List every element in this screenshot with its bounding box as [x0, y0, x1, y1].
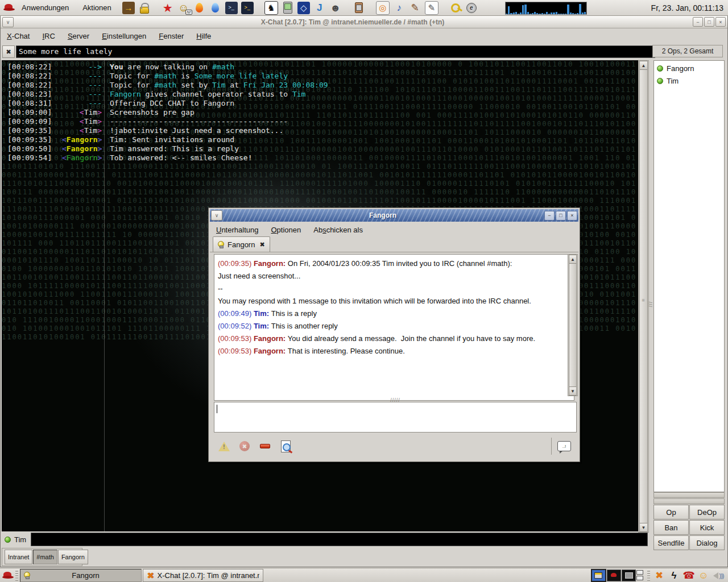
gps-device-icon[interactable]	[282, 2, 294, 14]
message-text: Fangorn gives channel operator status to…	[102, 90, 305, 99]
phone-tray-icon[interactable]: ☎	[683, 570, 694, 581]
smiley-icon[interactable]: ☺hi!	[177, 2, 190, 14]
user-list[interactable]: FangornTim	[653, 60, 725, 492]
system-monitor-applet[interactable]	[505, 2, 587, 15]
dialog-titlebar[interactable]: ∨ Fangorn −□×	[210, 209, 578, 222]
dialog-button[interactable]: Dialog	[689, 535, 725, 550]
remove-icon[interactable]	[258, 439, 272, 453]
dialog-window-menu-button[interactable]: ∨	[211, 210, 222, 221]
flame-icon[interactable]	[193, 2, 206, 14]
menu-hilfe[interactable]: Hilfe	[190, 30, 217, 43]
topic-close-button[interactable]: ✖	[2, 45, 15, 58]
volume-tray-icon[interactable]: )))	[713, 570, 724, 581]
op-button[interactable]: Op	[653, 505, 689, 519]
tray-grip[interactable]	[647, 570, 650, 581]
lock-icon[interactable]	[138, 2, 151, 14]
workspace-3[interactable]	[622, 569, 636, 581]
taskbar-redhat-icon[interactable]	[2, 572, 14, 580]
kick-button[interactable]: Kick	[689, 520, 725, 535]
scroll-down-arrow[interactable]: ▼	[639, 523, 648, 532]
dialog-tab-fangorn[interactable]: Fangorn ✖	[213, 236, 270, 252]
buddy-tray-icon[interactable]: ☺	[698, 570, 709, 581]
dialog-menu-unterhaltung[interactable]: Unterhaltung	[210, 223, 264, 236]
message-input[interactable]	[31, 533, 648, 546]
chat-bubble-icon[interactable]: ..!	[557, 441, 571, 451]
user-list-item-tim[interactable]: Tim	[654, 74, 724, 87]
door-icon[interactable]: →	[122, 2, 135, 14]
menu-server[interactable]: Server	[61, 30, 96, 43]
horse-icon[interactable]: ♞	[264, 1, 278, 15]
scrollbar-thumb[interactable]: ≡	[639, 69, 648, 523]
pane-splitter[interactable]: ///	[648, 60, 653, 531]
scroll-down-arrow[interactable]: ▼	[569, 386, 577, 396]
topic-input[interactable]: Some more life lately	[16, 45, 655, 58]
nick-column: ---	[62, 72, 102, 81]
multimedia-icon[interactable]: ♪	[393, 2, 406, 14]
menu-fenster[interactable]: Fenster	[152, 30, 190, 43]
warning-icon[interactable]	[217, 439, 231, 453]
terminal-penguin-icon[interactable]: >_	[241, 2, 254, 14]
menu-aktionen[interactable]: Aktionen	[76, 0, 118, 15]
dialog-scrollbar[interactable]: ▲ ▼	[568, 254, 578, 396]
dialog-menu-optionen[interactable]: Optionen	[264, 223, 307, 236]
tab-math[interactable]: #math	[33, 550, 57, 564]
pane-handle[interactable]	[653, 498, 725, 504]
main-titlebar[interactable]: ∨ X-Chat [2.0.7]: Tim @ intranet.niemuel…	[1, 16, 727, 28]
clock-applet[interactable]: Fr, 23. Jan, 00:11:13	[651, 0, 723, 15]
dialog-menu-abschickenals[interactable]: Abschicken als	[307, 223, 369, 236]
ban-button[interactable]: Ban	[653, 520, 689, 535]
workspace-2[interactable]	[607, 569, 621, 581]
xchat-tray-icon[interactable]: ✖	[653, 570, 665, 581]
workspace-1[interactable]	[591, 569, 606, 582]
redhat-menu-icon[interactable]	[3, 4, 15, 12]
dialog-maximize-button[interactable]: □	[556, 211, 566, 221]
gimp-icon[interactable]: ✎	[409, 2, 421, 14]
scroll-up-arrow[interactable]: ▲	[639, 61, 648, 70]
menu-irc[interactable]: IRC	[36, 30, 61, 43]
dialog-message-area[interactable]: (00:09:35) Fangorn: On Fri, 2004/01/23 0…	[214, 254, 574, 401]
search-document-icon[interactable]	[279, 439, 292, 453]
menu-anwendungen[interactable]: Anwendungen	[15, 0, 76, 15]
pda-hand-icon[interactable]	[353, 2, 365, 14]
dialog-minimize-button[interactable]: −	[544, 211, 555, 221]
message-text: Tob answered: <-- smiles Cheese!	[102, 153, 252, 163]
deop-button[interactable]: DeOp	[689, 505, 725, 519]
task-button-xchat[interactable]: ✖X-Chat [2.0.7]: Tim @ intranet.niemuell…	[143, 569, 263, 582]
user-nick: Tim	[667, 77, 679, 85]
tab-Intranet[interactable]: Intranet	[5, 550, 32, 564]
main-maximize-button[interactable]: □	[704, 17, 714, 27]
water-flame-icon[interactable]	[209, 2, 222, 14]
window-menu-button[interactable]: ∨	[2, 17, 14, 27]
top-panel: Anwendungen Aktionen →★☺hi!>_>_♞◇J☻◎♪✎✎e…	[0, 0, 728, 16]
main-minimize-button[interactable]: −	[693, 17, 703, 27]
cube-icon[interactable]: ◇	[297, 2, 310, 14]
spy-search-icon[interactable]: ☻	[329, 2, 342, 14]
sendfile-button[interactable]: Sendfile	[653, 535, 689, 550]
scrollbar-thumb[interactable]	[569, 263, 577, 387]
tab-close-icon[interactable]: ✖	[259, 241, 264, 248]
notes-icon[interactable]: ✎	[425, 1, 439, 15]
dialog-splitter[interactable]: /////	[214, 397, 577, 402]
workspace-4[interactable]	[636, 570, 643, 581]
star-icon[interactable]: ★	[162, 2, 174, 14]
taskbar-grip[interactable]	[15, 570, 18, 581]
dialog-window-controls: −□×	[543, 211, 577, 221]
abort-icon[interactable]: ✖	[238, 439, 251, 453]
tab-Fangorn[interactable]: Fangorn	[58, 550, 88, 564]
jabber-icon[interactable]: J	[313, 2, 326, 14]
user-list-item-fangorn[interactable]: Fangorn	[654, 62, 724, 74]
clock-applet-icon[interactable]: e	[465, 2, 478, 14]
task-button-fangorn[interactable]: Fangorn	[20, 569, 142, 582]
package-cd-icon[interactable]: ◎	[376, 1, 390, 15]
scroll-up-arrow[interactable]: ▲	[569, 255, 577, 264]
main-close-button[interactable]: ×	[715, 17, 726, 27]
dialog-close-button[interactable]: ×	[567, 211, 577, 221]
terminal-icon[interactable]: >_	[225, 2, 238, 14]
dialog-message-input[interactable]	[214, 402, 577, 433]
menu-einstellungen[interactable]: Einstellungen	[96, 30, 152, 43]
menu-xchat[interactable]: X-Chat	[1, 30, 36, 43]
keys-icon[interactable]	[449, 2, 462, 14]
pane-handle[interactable]	[653, 492, 725, 498]
chat-scrollbar[interactable]: ▲ ≡ ▼	[638, 60, 649, 533]
lightning-tray-icon[interactable]: ϟ	[668, 570, 680, 581]
